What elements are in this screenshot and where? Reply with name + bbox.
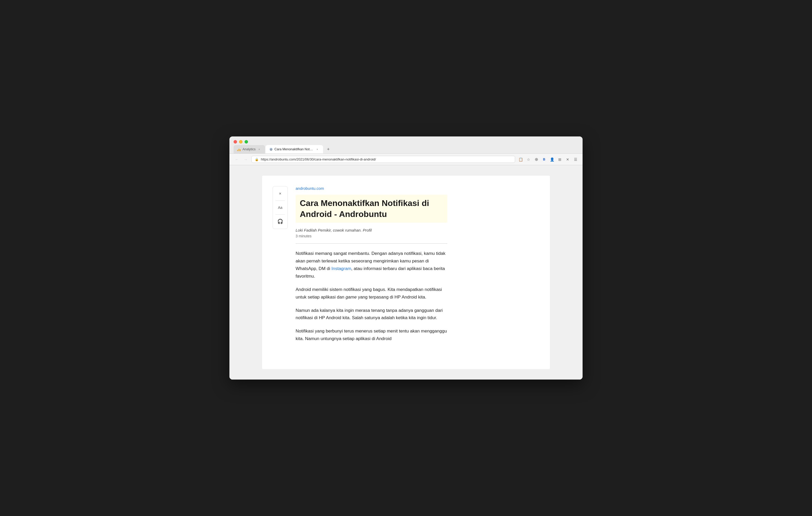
article-title: Cara Menonaktifkan Notifikasi di Android… [296,195,447,223]
paragraph-2-italic: game [346,295,357,300]
tab-analytics-close[interactable]: × [257,147,261,151]
svg-text:🎧: 🎧 [270,148,272,151]
site-link[interactable]: androbuntu.com [296,186,447,190]
article-read-time: 3 minutes [296,234,447,238]
font-settings-button[interactable]: Aa [275,203,286,212]
listen-button[interactable]: 🎧 [275,217,286,226]
traffic-lights [229,136,583,144]
tab-article-label: Cara Menonaktifkan Notifikasi c… [274,147,314,151]
forward-button[interactable]: → [242,156,249,162]
paragraph-2-text-after: yang terpasang di HP Android kita. [356,295,426,300]
paragraph-2: Android memiliki sistem notifikasi yang … [296,286,447,301]
instagram-link[interactable]: Instagram [331,266,351,271]
close-window-button[interactable] [234,140,237,144]
paragraph-4: Notifikasi yang berbunyi terus menerus s… [296,328,447,343]
title-bar: Analytics × 🎧 Cara Menonaktifkan Notifik… [229,136,583,154]
analytics-tab-icon [237,147,241,151]
content-area: × Aa 🎧 androbuntu.com Cara Menonaktifkan… [229,165,583,380]
back-button[interactable]: ← [234,156,240,162]
extensions-icon[interactable]: ⊕ [533,157,539,162]
article-divider [296,243,447,244]
url-text: https://androbuntu.com/2021/06/30/cara-m… [261,157,376,161]
bitwarden-icon[interactable]: B [541,157,547,162]
tab-article-close[interactable]: × [315,147,319,151]
url-bar[interactable]: 🔒 https://androbuntu.com/2021/06/30/cara… [252,156,515,163]
article-author: Loki Fadilah Pemikir, cowok rumahan. Pro… [296,228,447,232]
profile-icon[interactable]: 👤 [549,157,555,162]
tools-card: × Aa 🎧 [272,186,288,229]
clipboard-icon[interactable]: 📋 [518,157,523,162]
tool-divider-2 [276,214,285,215]
toolbar-icons: 📋 ☆ ⊕ B 👤 ⊞ ✕ ☰ [518,157,578,162]
maximize-window-button[interactable] [244,140,248,144]
bookmark-icon[interactable]: ☆ [526,157,531,162]
close-icon[interactable]: ✕ [565,157,571,162]
tabs-row: Analytics × 🎧 Cara Menonaktifkan Notifik… [229,144,583,153]
tool-divider-1 [276,201,285,201]
lock-icon: 🔒 [255,158,259,161]
address-bar: ← → 🔒 https://androbuntu.com/2021/06/30/… [229,154,583,165]
article-body: Notifikasi memang sangat membantu. Denga… [296,250,447,343]
close-reader-button[interactable]: × [275,189,286,199]
minimize-window-button[interactable] [239,140,242,144]
paragraph-3: Namun ada kalanya kita ingin merasa tena… [296,307,447,322]
reader-panel: × Aa 🎧 androbuntu.com Cara Menonaktifkan… [262,176,550,369]
tab-analytics-label: Analytics [242,147,256,151]
tab-article[interactable]: 🎧 Cara Menonaktifkan Notifikasi c… × [265,145,323,153]
menu-icon[interactable]: ☰ [573,157,578,162]
new-tab-button[interactable]: + [325,146,332,153]
article-tab-icon: 🎧 [269,147,273,151]
paragraph-1: Notifikasi memang sangat membantu. Denga… [296,250,447,280]
grid-icon[interactable]: ⊞ [557,157,563,162]
article-content: androbuntu.com Cara Menonaktifkan Notifi… [296,186,447,354]
browser-window: Analytics × 🎧 Cara Menonaktifkan Notifik… [229,136,583,380]
tab-analytics[interactable]: Analytics × [234,145,265,153]
reader-tools: × Aa 🎧 [272,186,288,354]
